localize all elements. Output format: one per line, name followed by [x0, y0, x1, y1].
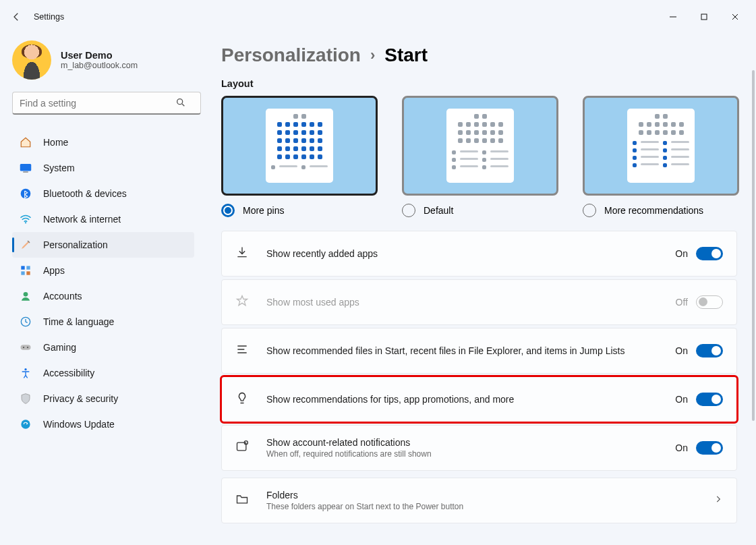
home-icon — [19, 136, 32, 149]
nav-label: Network & internet — [43, 214, 121, 225]
svg-rect-9 — [21, 271, 24, 275]
setting-subtitle: When off, required notifications are sti… — [266, 449, 675, 459]
user-email: m_lab@outlook.com — [61, 61, 138, 70]
accessibility-icon — [19, 366, 32, 380]
layout-radio[interactable]: More recommendations — [583, 204, 739, 217]
window-badge-icon — [235, 440, 252, 456]
svg-point-16 — [24, 368, 26, 370]
layout-radio[interactable]: Default — [402, 204, 558, 217]
minimize-button[interactable] — [658, 3, 689, 30]
nav-label: Home — [43, 137, 68, 148]
nav-gaming[interactable]: Gaming — [12, 335, 194, 360]
nav-windows-update[interactable]: Windows Update — [12, 411, 194, 437]
nav-label: Privacy & security — [43, 393, 118, 404]
wifi-icon — [19, 212, 32, 226]
nav-label: Windows Update — [43, 419, 115, 430]
svg-point-2 — [177, 99, 183, 105]
nav-personalization[interactable]: Personalization — [12, 232, 194, 258]
bluetooth-icon — [19, 187, 32, 200]
maximize-button[interactable] — [689, 3, 720, 30]
breadcrumb-parent[interactable]: Personalization — [221, 45, 361, 66]
setting-title: Show recommended files in Start, recent … — [266, 345, 675, 356]
layout-option-more-pins[interactable]: More pins — [221, 96, 378, 217]
nav-home[interactable]: Home — [12, 130, 194, 155]
close-button[interactable] — [720, 3, 751, 30]
layout-label: More pins — [243, 205, 284, 216]
nav-label: Time & language — [43, 316, 114, 327]
list-icon — [235, 343, 252, 359]
layout-section-label: Layout — [221, 78, 737, 89]
setting-most-used: Show most used apps Off — [221, 279, 737, 325]
nav-label: Gaming — [43, 342, 76, 353]
chevron-right-icon: › — [370, 47, 375, 64]
star-icon — [235, 294, 252, 310]
setting-folders[interactable]: Folders These folders appear on Start ne… — [221, 478, 737, 523]
search-input[interactable] — [12, 92, 201, 115]
nav-accounts[interactable]: Accounts — [12, 283, 194, 309]
apps-icon — [19, 264, 32, 277]
toggle-state: On — [675, 248, 688, 259]
download-icon — [235, 246, 252, 262]
svg-point-15 — [27, 347, 28, 348]
scrollbar[interactable] — [752, 70, 755, 421]
layout-preview — [583, 96, 739, 196]
radio-icon — [583, 204, 596, 217]
content-area: Personalization › Start Layout — [202, 34, 756, 545]
layout-label: More recommendations — [604, 205, 703, 216]
toggle-switch[interactable] — [696, 247, 723, 260]
clock-globe-icon — [19, 315, 32, 328]
app-title: Settings — [34, 12, 64, 22]
window-controls — [658, 3, 751, 30]
toggle-switch[interactable] — [696, 393, 723, 406]
chevron-right-icon — [714, 494, 723, 507]
toggle-switch[interactable] — [696, 344, 723, 357]
nav-time-language[interactable]: Time & language — [12, 309, 194, 335]
nav-label: System — [43, 163, 75, 173]
radio-selected-icon — [221, 204, 235, 217]
setting-recommendations-tips: Show recommendations for tips, app promo… — [221, 376, 737, 422]
update-icon — [19, 418, 32, 431]
setting-title: Show recently added apps — [266, 248, 675, 259]
svg-rect-10 — [26, 271, 30, 275]
layout-radio[interactable]: More pins — [221, 204, 378, 217]
sidebar: User Demo m_lab@outlook.com Home System … — [0, 34, 202, 545]
nav-accessibility[interactable]: Accessibility — [12, 360, 194, 386]
setting-account-notifications: Show account-related notifications When … — [221, 425, 737, 471]
nav-network[interactable]: Network & internet — [12, 206, 194, 232]
nav-system[interactable]: System — [12, 155, 194, 181]
nav-label: Bluetooth & devices — [43, 188, 127, 199]
system-icon — [19, 161, 32, 175]
layout-preview — [221, 96, 378, 196]
layout-preview — [402, 96, 558, 196]
user-account-row[interactable]: User Demo m_lab@outlook.com — [12, 40, 194, 80]
toggle-switch — [696, 295, 723, 309]
toggle-switch[interactable] — [696, 441, 723, 455]
toggle-state: On — [675, 394, 688, 405]
nav-label: Accounts — [43, 291, 82, 302]
nav-bluetooth[interactable]: Bluetooth & devices — [12, 181, 194, 206]
back-button[interactable] — [5, 1, 27, 33]
setting-recommended-files: Show recommended files in Start, recent … — [221, 328, 737, 374]
nav-privacy[interactable]: Privacy & security — [12, 386, 194, 411]
shield-icon — [19, 392, 32, 405]
radio-icon — [402, 204, 415, 217]
svg-rect-4 — [23, 171, 28, 173]
setting-title: Folders — [266, 490, 709, 500]
setting-title: Show most used apps — [266, 297, 676, 308]
setting-recently-added: Show recently added apps On — [221, 231, 737, 277]
toggle-state: On — [675, 442, 688, 453]
setting-title: Show account-related notifications — [266, 437, 675, 448]
lightbulb-icon — [235, 391, 252, 407]
breadcrumb: Personalization › Start — [221, 45, 737, 66]
nav-label: Accessibility — [43, 368, 94, 378]
layout-options: More pins — [221, 96, 737, 217]
toggle-state: On — [675, 345, 688, 356]
layout-option-more-recommendations[interactable]: More recommendations — [583, 96, 739, 217]
nav-label: Personalization — [43, 239, 108, 250]
breadcrumb-current: Start — [384, 45, 428, 66]
search-box — [12, 92, 194, 115]
person-icon — [19, 289, 32, 303]
nav-apps[interactable]: Apps — [12, 258, 194, 283]
layout-option-default[interactable]: Default — [402, 96, 558, 217]
layout-label: Default — [424, 205, 453, 216]
